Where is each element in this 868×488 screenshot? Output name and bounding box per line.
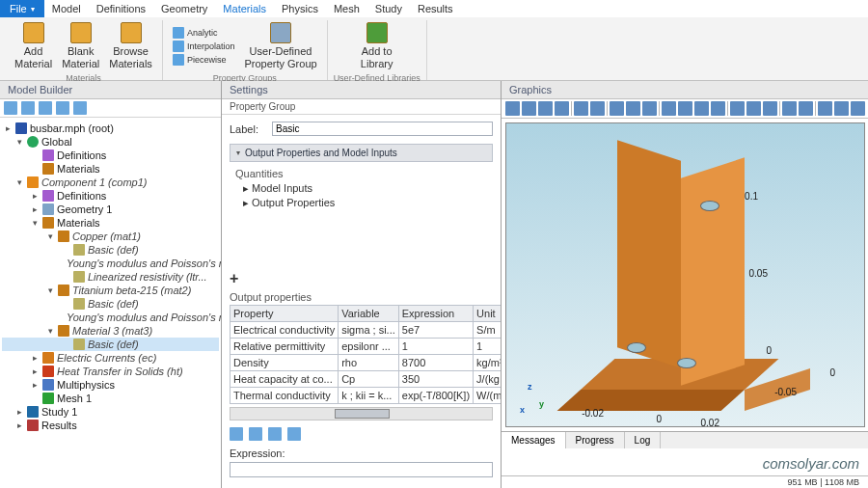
tree-copper-basic[interactable]: Basic (def) [2, 243, 219, 257]
menu-model[interactable]: Model [44, 1, 89, 16]
graphics-panel: Graphics [502, 81, 868, 488]
tree-geometry[interactable]: ▸Geometry 1 [2, 203, 219, 216]
menu-definitions[interactable]: Definitions [89, 1, 153, 16]
properties-table[interactable]: PropertyVariableExpressionUnitSiz Electr… [230, 305, 501, 404]
nav-back-icon[interactable] [4, 101, 17, 115]
nav-fwd-icon[interactable] [21, 101, 35, 115]
add-material-button[interactable]: AddMaterial [11, 20, 56, 72]
select-box-icon[interactable] [678, 101, 692, 116]
label-field[interactable] [272, 122, 493, 136]
zoom-in-icon[interactable] [522, 101, 536, 116]
tree-mesh[interactable]: Mesh 1 [2, 392, 219, 405]
tree-ec[interactable]: ▸Electric Currents (ec) [2, 351, 219, 365]
view-xy-icon[interactable] [610, 101, 624, 116]
zoom-extents-icon[interactable] [505, 101, 520, 116]
menu-geometry[interactable]: Geometry [153, 1, 215, 16]
output-props-node[interactable]: ▸ Output Properties [243, 196, 493, 210]
wireframe-icon[interactable] [746, 101, 761, 116]
expand-icon[interactable] [73, 101, 87, 115]
interpolation-button[interactable]: Interpolation [169, 40, 239, 53]
tree-heat[interactable]: ▸Heat Transfer in Solids (ht) [2, 365, 219, 378]
browse-materials-button[interactable]: BrowseMaterials [105, 20, 156, 72]
tree-titanium[interactable]: ▾Titanium beta-215 (mat2) [2, 284, 219, 297]
blank-material-button[interactable]: BlankMaterial [58, 20, 103, 72]
transparency-icon[interactable] [730, 101, 745, 116]
view-xz-icon[interactable] [642, 101, 657, 116]
tree-tib-basic[interactable]: Basic (def) [2, 297, 219, 311]
tab-log[interactable]: Log [625, 432, 662, 448]
table-row[interactable]: Relative permittivityepsilonr ...113x3 [231, 339, 502, 355]
tree-mat3-basic[interactable]: Basic (def) [2, 338, 219, 351]
menu-mesh[interactable]: Mesh [326, 1, 367, 16]
menu-materials[interactable]: Materials [215, 1, 274, 16]
analytic-button[interactable]: Analytic [169, 26, 239, 40]
movedown-icon[interactable] [249, 427, 262, 441]
section-output[interactable]: Output Properties and Model Inputs [230, 144, 493, 162]
tree-results[interactable]: ▸Results [2, 419, 219, 432]
tree-global-mats[interactable]: Materials [2, 162, 219, 176]
moveup-icon[interactable] [230, 427, 243, 441]
tree-global-defs[interactable]: Definitions [2, 149, 219, 162]
tree-root[interactable]: ▸busbar.mph (root) [2, 122, 219, 135]
print-icon[interactable] [799, 101, 813, 116]
tree-multi[interactable]: ▸Multiphysics [2, 378, 219, 392]
table-row[interactable]: Heat capacity at co...Cp350J/(kg·K)1x1 [231, 371, 502, 388]
tree-tib-young[interactable]: Young's modulus and Poisson's ratio (E..… [2, 311, 219, 324]
menu-physics[interactable]: Physics [274, 1, 326, 16]
view-yz-icon[interactable] [626, 101, 640, 116]
axis-label: 0 [656, 414, 662, 424]
show-icon[interactable] [39, 101, 52, 115]
table-scrollbar[interactable] [230, 407, 493, 420]
tab-messages[interactable]: Messages [502, 432, 566, 448]
tree-component[interactable]: ▾Component 1 (comp1) [2, 176, 219, 189]
delete-icon[interactable] [268, 427, 282, 441]
grid-icon[interactable] [851, 101, 865, 116]
table-row[interactable]: Electrical conductivitysigma ; si...5e7S… [231, 322, 502, 339]
table-row[interactable]: Densityrho8700kg/m³1x1 [231, 355, 502, 371]
expression-field[interactable] [230, 462, 493, 477]
model-inputs-node[interactable]: ▸ Model Inputs [243, 181, 493, 196]
camera-icon[interactable] [818, 101, 832, 116]
quantities-label: Quantities [230, 166, 493, 181]
axis-icon[interactable] [834, 101, 849, 116]
tree-copper-linres[interactable]: Linearized resistivity (ltr... [2, 270, 219, 284]
deselect-icon[interactable] [694, 101, 709, 116]
tree-material3[interactable]: ▾Material 3 (mat3) [2, 324, 219, 338]
zoom-box-icon[interactable] [555, 101, 569, 116]
select-icon[interactable] [662, 101, 676, 116]
zoom-out-icon[interactable] [538, 101, 553, 116]
table-row[interactable]: Thermal conductivityk ; kii = k...exp(-T… [231, 388, 502, 404]
ribbon-group-userlib: Add toLibrary User-Defined Libraries [328, 20, 427, 80]
rotate-icon[interactable] [574, 101, 588, 116]
file-menu[interactable]: File [0, 0, 44, 17]
axis-label: -0.02 [582, 408, 604, 419]
settings-panel: Settings Property Group Label: Output Pr… [222, 81, 502, 488]
tab-progress[interactable]: Progress [566, 432, 625, 448]
piecewise-button[interactable]: Piecewise [169, 53, 239, 67]
expression-label: Expression: [230, 447, 285, 459]
add-button[interactable]: + [230, 268, 493, 289]
pan-icon[interactable] [590, 101, 605, 116]
tree-comp-defs[interactable]: ▸Definitions [2, 189, 219, 203]
output-props-label: Output properties [230, 289, 493, 305]
model-builder-toolbar [0, 99, 221, 118]
menu-study[interactable]: Study [367, 1, 410, 16]
tree-study[interactable]: ▸Study 1 [2, 405, 219, 419]
tree-copper-young[interactable]: Young's modulus and Poisson's ratio (E..… [2, 257, 219, 270]
graphics-canvas[interactable]: 0.1 0.05 0 -0.02 0 0.02 -0.05 0 x y z [505, 122, 865, 427]
tree-global[interactable]: ▾Global [2, 135, 219, 149]
axis-label: 0 [829, 367, 835, 378]
userdef-propgroup-button[interactable]: User-DefinedProperty Group [240, 20, 320, 72]
snapshot-icon[interactable] [782, 101, 797, 116]
log-content: comsolyar.com [502, 448, 868, 475]
model-tree[interactable]: ▸busbar.mph (root) ▾Global Definitions M… [0, 118, 221, 488]
tree-materials[interactable]: ▾Materials [2, 216, 219, 230]
add-library-button[interactable]: Add toLibrary [357, 20, 397, 72]
hide-icon[interactable] [711, 101, 725, 116]
label-lbl: Label: [230, 123, 264, 135]
lighting-icon[interactable] [763, 101, 777, 116]
edit-icon[interactable] [287, 427, 301, 441]
tree-copper[interactable]: ▾Copper (mat1) [2, 230, 219, 243]
collapse-icon[interactable] [56, 101, 69, 115]
menu-results[interactable]: Results [410, 1, 461, 16]
